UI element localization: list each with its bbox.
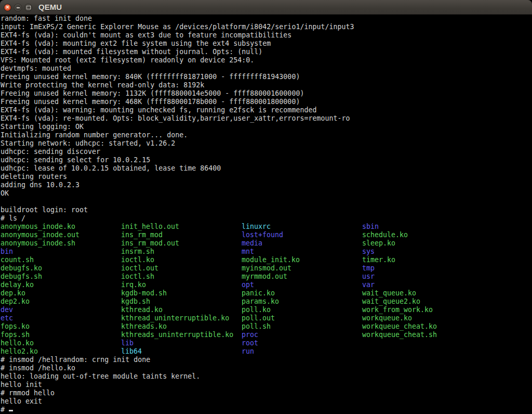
maximize-button[interactable] — [25, 4, 32, 11]
ls-output-row: bininsrm.shmntsys — [1, 248, 532, 256]
ls-output-row: debugfs.koioctl.outmyinsmod.outtmp — [1, 264, 532, 273]
file-entry: ioctl.ko — [121, 256, 242, 264]
file-entry: debugfs.ko — [1, 264, 121, 273]
minimize-button[interactable] — [15, 4, 21, 11]
console-line: deleting routers — [1, 173, 532, 181]
file-entry: lib — [121, 339, 242, 347]
console-line: udhcpc: sending discover — [1, 148, 532, 156]
file-entry: anonymous_inode.sh — [1, 239, 121, 248]
file-entry: timer.ko — [362, 256, 395, 264]
file-entry: kthread_uninterruptible.ko — [121, 314, 242, 322]
console-line: hello: loading out-of-tree module taints… — [1, 372, 532, 381]
console-line: # rmmod hello — [1, 389, 532, 397]
console-line — [1, 198, 532, 206]
console-line: random: fast init done — [1, 15, 532, 23]
maximize-icon — [26, 6, 31, 9]
file-entry: poll.sh — [242, 322, 362, 331]
ls-output-row: delay.koirq.kooptvar — [1, 281, 532, 289]
ls-output-row: devkthread.kopoll.kowork_from_work.ko — [1, 306, 532, 314]
file-entry: root — [242, 339, 258, 347]
file-entry: delay.ko — [1, 281, 121, 289]
file-entry: lib64 — [121, 347, 242, 356]
ls-output-row: dep.kokgdb-mod.shpanic.kowait_queue.ko — [1, 289, 532, 297]
file-entry: kthreads_uninterruptible.ko — [121, 331, 242, 339]
console-line: Freeing unused kernel memory: 840K (ffff… — [1, 73, 532, 81]
file-entry: wait_queue2.ko — [362, 297, 420, 306]
file-entry: fops.sh — [1, 331, 121, 339]
console-line: VFS: Mounted root (ext2 filesystem) read… — [1, 56, 532, 64]
file-entry: ioctl.sh — [121, 273, 242, 281]
file-entry: panic.ko — [242, 289, 362, 297]
shell-prompt-line: # — [1, 406, 532, 414]
file-entry: myrmmod.out — [242, 273, 362, 281]
console-line: hello exit — [1, 397, 532, 406]
file-entry: bin — [1, 248, 121, 256]
ls-output-row: fops.shkthreads_uninterruptible.koprocwo… — [1, 331, 532, 339]
file-entry: insrm.sh — [121, 248, 242, 256]
file-entry: dep2.ko — [1, 297, 121, 306]
file-entry: anonymous_inode.out — [1, 231, 121, 239]
file-entry: params.ko — [242, 297, 362, 306]
console-line: OK — [1, 189, 532, 198]
file-entry: opt — [242, 281, 362, 289]
file-entry: lost+found — [242, 231, 362, 239]
console-line: EXT4-fs (vda): re-mounted. Opts: block_v… — [1, 114, 532, 123]
console-line: udhcpc: sending select for 10.0.2.15 — [1, 156, 532, 164]
console-line: udhcpc: lease of 10.0.2.15 obtained, lea… — [1, 164, 532, 173]
file-entry: dep.ko — [1, 289, 121, 297]
file-entry: ins_rm_mod.out — [121, 239, 242, 248]
console-line: input: ImExPS/2 Generic Explorer Mouse a… — [1, 23, 532, 31]
file-entry: media — [242, 239, 362, 248]
shell-prompt: # — [1, 406, 9, 413]
file-entry: dev — [1, 306, 121, 314]
file-entry: ioctl.out — [121, 264, 242, 273]
console-line: hello init — [1, 381, 532, 389]
ls-output-row: debugfs.shioctl.shmyrmmod.outusr — [1, 273, 532, 281]
file-entry: workqueue_cheat.ko — [362, 322, 437, 331]
window-title: QEMU — [38, 0, 62, 15]
file-entry: irq.ko — [121, 281, 242, 289]
close-icon: ✕ — [6, 5, 10, 10]
file-entry: sys — [362, 248, 375, 256]
ls-output-row: count.shioctl.komodule_init.kotimer.ko — [1, 256, 532, 264]
ls-output-row: hello2.kolib64run — [1, 347, 532, 356]
console-line: Freeing unused kernel memory: 1132K (fff… — [1, 89, 532, 98]
console-line: Initializing random number generator... … — [1, 131, 532, 139]
file-entry: ins_rm_mod — [121, 231, 242, 239]
file-entry: init_hello.out — [121, 223, 242, 231]
file-entry: mnt — [242, 248, 362, 256]
terminal-output: random: fast init doneinput: ImExPS/2 Ge… — [1, 15, 532, 414]
console-line: Freeing unused kernel memory: 468K (ffff… — [1, 98, 532, 106]
file-entry: workqueue_cheat.sh — [362, 331, 437, 339]
file-entry: work_from_work.ko — [362, 306, 433, 314]
minimize-icon — [17, 7, 20, 8]
file-entry: sbin — [362, 223, 379, 231]
file-entry: hello.ko — [1, 339, 121, 347]
file-entry: fops.ko — [1, 322, 121, 331]
console-line: # insmod /hello.ko — [1, 364, 532, 372]
file-entry: poll.out — [242, 314, 362, 322]
console-line: Write protecting the kernel read-only da… — [1, 81, 532, 89]
ls-output-row: anonymous_inode.shins_rm_mod.outmediasle… — [1, 239, 532, 248]
file-entry: workqueue.ko — [362, 314, 412, 322]
file-entry: kgdb.sh — [121, 297, 242, 306]
console-line: # insmod /hellrandom: crng init done — [1, 356, 532, 364]
qemu-window: ✕ QEMU random: fast init doneinput: ImEx… — [0, 0, 532, 414]
ls-output-row: anonymous_inode.koinit_hello.outlinuxrcs… — [1, 223, 532, 231]
file-entry: run — [242, 347, 254, 356]
console-line: EXT4-fs (vda): warning: mounting uncheck… — [1, 106, 532, 114]
console-line: EXT4-fs (vda): mounted filesystem withou… — [1, 48, 532, 56]
file-entry: poll.ko — [242, 306, 362, 314]
console-line: buildroot login: root — [1, 206, 532, 214]
file-entry: wait_queue.ko — [362, 289, 416, 297]
ls-output-row: anonymous_inode.outins_rm_modlost+founds… — [1, 231, 532, 239]
console-line: devtmpfs: mounted — [1, 64, 532, 73]
file-entry: tmp — [362, 264, 375, 273]
file-entry: anonymous_inode.ko — [1, 223, 121, 231]
console-line: EXT4-fs (vda): couldn't mount as ext3 du… — [1, 31, 532, 40]
file-entry: usr — [362, 273, 375, 281]
close-button[interactable]: ✕ — [4, 4, 11, 11]
file-entry: var — [362, 281, 375, 289]
console-line: Starting logging: OK — [1, 123, 532, 131]
terminal-screen[interactable]: random: fast init doneinput: ImExPS/2 Ge… — [0, 15, 532, 414]
